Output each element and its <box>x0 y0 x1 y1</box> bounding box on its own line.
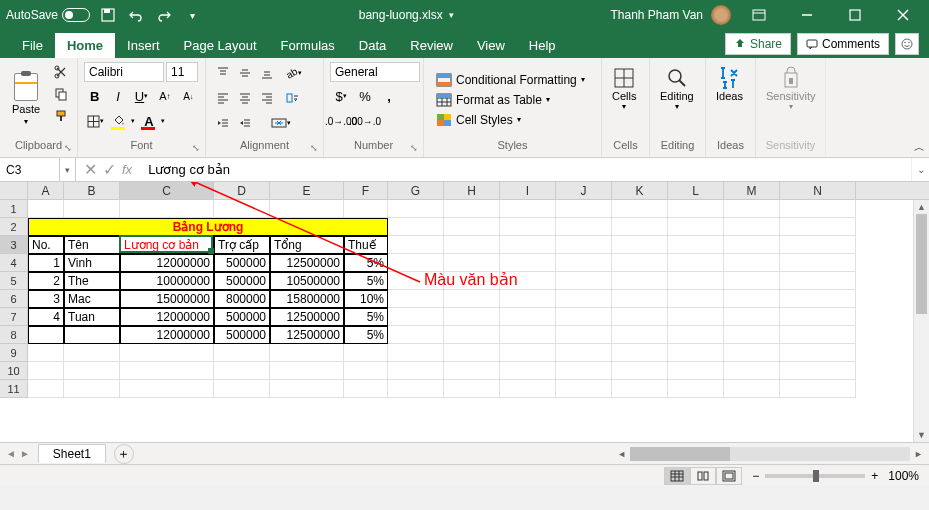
close-icon[interactable] <box>883 1 923 29</box>
sheet-prev-icon[interactable]: ◄ <box>6 448 16 459</box>
cell-I1[interactable] <box>500 200 556 218</box>
cell-F11[interactable] <box>344 380 388 398</box>
cell-C3[interactable]: Lương cơ bản <box>120 236 214 254</box>
cell-N11[interactable] <box>780 380 856 398</box>
cell-A2[interactable]: Bảng Lương <box>28 218 388 236</box>
cell-B11[interactable] <box>64 380 120 398</box>
cell-K10[interactable] <box>612 362 668 380</box>
cell-M8[interactable] <box>724 326 780 344</box>
cell-C10[interactable] <box>120 362 214 380</box>
cell-G3[interactable] <box>388 236 444 254</box>
wrap-text-icon[interactable] <box>282 87 304 109</box>
scroll-up-icon[interactable]: ▲ <box>914 200 929 214</box>
row-header-4[interactable]: 4 <box>0 254 28 272</box>
cell-C8[interactable]: 12000000 <box>120 326 214 344</box>
number-launcher-icon[interactable]: ⤡ <box>407 141 421 155</box>
column-header-H[interactable]: H <box>444 182 500 199</box>
orientation-icon[interactable]: ab▾ <box>282 62 304 84</box>
fill-color-button[interactable]: ▾ <box>108 110 130 132</box>
cell-I2[interactable] <box>500 218 556 236</box>
cell-A9[interactable] <box>28 344 64 362</box>
cell-D3[interactable]: Trợ cấp <box>214 236 270 254</box>
column-header-D[interactable]: D <box>214 182 270 199</box>
italic-button[interactable]: I <box>107 85 128 107</box>
cell-M1[interactable] <box>724 200 780 218</box>
cell-H2[interactable] <box>444 218 500 236</box>
cell-I5[interactable] <box>500 272 556 290</box>
maximize-icon[interactable] <box>835 1 875 29</box>
undo-icon[interactable] <box>126 5 146 25</box>
cell-D8[interactable]: 500000 <box>214 326 270 344</box>
cell-M3[interactable] <box>724 236 780 254</box>
row-header-8[interactable]: 8 <box>0 326 28 344</box>
cell-E6[interactable]: 15800000 <box>270 290 344 308</box>
cell-H1[interactable] <box>444 200 500 218</box>
cell-G7[interactable] <box>388 308 444 326</box>
format-painter-icon[interactable] <box>50 106 72 126</box>
column-header-I[interactable]: I <box>500 182 556 199</box>
cell-M7[interactable] <box>724 308 780 326</box>
view-page-break-icon[interactable] <box>716 467 742 485</box>
formula-input[interactable]: Lương cơ bản <box>140 158 911 181</box>
cell-H7[interactable] <box>444 308 500 326</box>
align-middle-icon[interactable] <box>234 62 256 84</box>
underline-button[interactable]: U▾ <box>131 85 152 107</box>
spreadsheet-grid[interactable]: ABCDEFGHIJKLMN 1234567891011 Bảng LươngN… <box>0 182 929 442</box>
cell-A1[interactable] <box>28 200 64 218</box>
row-header-11[interactable]: 11 <box>0 380 28 398</box>
cell-K2[interactable] <box>612 218 668 236</box>
cell-K11[interactable] <box>612 380 668 398</box>
column-header-M[interactable]: M <box>724 182 780 199</box>
cell-J8[interactable] <box>556 326 612 344</box>
cell-C9[interactable] <box>120 344 214 362</box>
column-header-C[interactable]: C <box>120 182 214 199</box>
tab-formulas[interactable]: Formulas <box>269 33 347 58</box>
cell-D11[interactable] <box>214 380 270 398</box>
saved-dropdown-icon[interactable]: ▾ <box>449 10 454 20</box>
cell-D7[interactable]: 500000 <box>214 308 270 326</box>
cell-N4[interactable] <box>780 254 856 272</box>
cell-C1[interactable] <box>120 200 214 218</box>
tab-view[interactable]: View <box>465 33 517 58</box>
cell-L5[interactable] <box>668 272 724 290</box>
cell-N8[interactable] <box>780 326 856 344</box>
tab-insert[interactable]: Insert <box>115 33 172 58</box>
cell-F5[interactable]: 5% <box>344 272 388 290</box>
cut-icon[interactable] <box>50 62 72 82</box>
cell-F3[interactable]: Thuế <box>344 236 388 254</box>
cell-L8[interactable] <box>668 326 724 344</box>
new-sheet-button[interactable]: ＋ <box>114 444 134 464</box>
cell-K3[interactable] <box>612 236 668 254</box>
align-top-icon[interactable] <box>212 62 234 84</box>
tab-help[interactable]: Help <box>517 33 568 58</box>
cell-G10[interactable] <box>388 362 444 380</box>
cell-N10[interactable] <box>780 362 856 380</box>
cell-A7[interactable]: 4 <box>28 308 64 326</box>
cell-I4[interactable] <box>500 254 556 272</box>
cell-H4[interactable] <box>444 254 500 272</box>
cell-M2[interactable] <box>724 218 780 236</box>
hscroll-left-icon[interactable]: ◄ <box>617 449 626 459</box>
cell-F1[interactable] <box>344 200 388 218</box>
cell-L11[interactable] <box>668 380 724 398</box>
cell-A10[interactable] <box>28 362 64 380</box>
user-avatar[interactable] <box>711 5 731 25</box>
cell-K4[interactable] <box>612 254 668 272</box>
fx-icon[interactable]: fx <box>122 162 132 177</box>
cell-D6[interactable]: 800000 <box>214 290 270 308</box>
font-color-button[interactable]: A▾ <box>138 110 160 132</box>
cell-B4[interactable]: Vinh <box>64 254 120 272</box>
cell-L7[interactable] <box>668 308 724 326</box>
cell-N9[interactable] <box>780 344 856 362</box>
qat-customize-icon[interactable]: ▾ <box>182 5 202 25</box>
cell-D1[interactable] <box>214 200 270 218</box>
zoom-slider[interactable] <box>765 474 865 478</box>
cell-N7[interactable] <box>780 308 856 326</box>
font-launcher-icon[interactable]: ⤡ <box>189 141 203 155</box>
cell-N5[interactable] <box>780 272 856 290</box>
minimize-icon[interactable] <box>787 1 827 29</box>
select-all-corner[interactable] <box>0 182 28 199</box>
column-header-E[interactable]: E <box>270 182 344 199</box>
font-name-input[interactable] <box>84 62 164 82</box>
cell-L4[interactable] <box>668 254 724 272</box>
